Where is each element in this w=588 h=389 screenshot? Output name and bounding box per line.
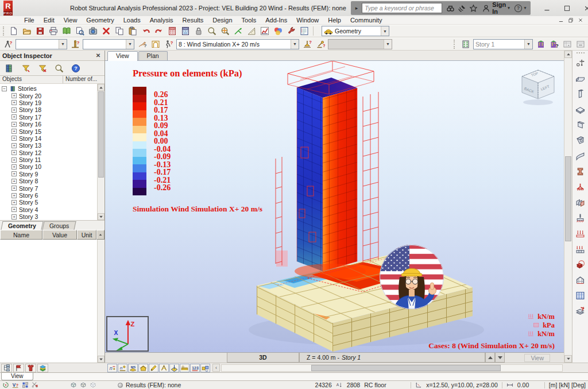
view-window-tab[interactable]: View [1,373,33,380]
menu-item[interactable]: Add-Ins [261,17,292,24]
column-icon[interactable] [574,87,587,101]
combo-dropdown-icon[interactable]: ▼ [381,26,389,36]
view-mode-cell[interactable]: 3D [227,353,299,363]
scroll-left-button[interactable]: ‹ [212,364,220,372]
tree-item-story[interactable]: + Story 7 [2,184,105,191]
support-icon[interactable] [574,180,587,194]
scroll-down-icon[interactable] [98,356,105,363]
objects-column-header[interactable]: Objects [0,76,63,83]
tree-item-story[interactable]: + Story 14 [2,135,105,142]
menu-item[interactable]: Geometry [82,17,118,24]
bar-selection-combo[interactable]: ▼ [83,39,134,49]
viewport-vertical-scrollbar[interactable] [564,51,572,363]
save-icon[interactable] [33,25,47,37]
paste-icon[interactable] [126,25,139,37]
beam-icon[interactable] [574,72,587,85]
table-grid-icon[interactable] [574,289,587,302]
name-column-header[interactable]: Name [0,230,42,240]
grid-scroll-up-icon[interactable] [96,230,105,240]
menu-item[interactable]: Window [292,17,323,24]
scrollbar-thumb[interactable] [311,365,501,371]
expand-icon[interactable]: + [11,143,17,148]
expand-icon[interactable]: + [11,214,17,219]
search-input[interactable] [362,3,442,13]
help-icon[interactable]: ? [70,63,82,74]
menu-item[interactable]: View [59,17,82,24]
snap-n2-icon[interactable]: n [118,364,127,372]
tree-scrollbar[interactable] [97,84,105,220]
expand-icon[interactable]: + [11,150,17,155]
scroll-down-icon[interactable] [564,355,572,363]
copy-icon[interactable] [113,25,126,37]
value-column-header[interactable]: Value [42,230,77,240]
level-down-button[interactable] [495,353,505,363]
calculator-icon[interactable] [165,25,179,37]
expand-icon[interactable]: + [11,93,17,98]
expand-icon[interactable]: + [11,164,17,170]
close-button[interactable] [583,5,588,12]
snap-pencil-icon[interactable] [149,364,158,372]
mdi-restore-button[interactable] [568,17,574,23]
story-combo[interactable]: Story 1 ▼ [473,39,533,49]
snap-pair-icon[interactable] [200,364,210,372]
lock-icon[interactable] [192,25,205,37]
building-q-icon[interactable]: ? [547,38,560,50]
scroll-up-icon[interactable] [98,84,105,91]
hand-q-icon[interactable]: ? [136,38,149,50]
combo-dropdown-icon[interactable]: ▼ [59,40,67,49]
menu-item[interactable]: Help [323,17,346,24]
cube-3-icon[interactable] [90,382,96,388]
expand-icon[interactable]: + [11,122,17,127]
geometry-layout-combo[interactable]: Geometry ▼ [322,26,389,36]
load-case-combo[interactable]: 8 : Wind Simulation X+ 20 m/s ▼ [176,39,299,49]
tree-item-story[interactable]: + Story 20 [2,92,105,99]
level-up-button[interactable] [485,353,495,363]
redo-icon[interactable] [152,25,165,37]
floating-panel-caption[interactable]: View [524,354,550,362]
i-section-icon[interactable] [574,165,587,178]
snap-n1-icon[interactable]: n [107,364,117,372]
menu-item[interactable]: Design [208,17,237,24]
blocks-icon[interactable] [22,382,29,388]
win-gray2-icon[interactable] [574,38,587,50]
nodes-green-icon[interactable] [231,25,245,37]
load-beam-icon[interactable] [574,227,587,240]
wall-icon[interactable] [574,118,587,132]
snap-123-icon[interactable]: 123 [190,364,200,372]
tab-plan[interactable]: Plan [138,51,168,60]
filter-x-icon[interactable] [37,63,48,74]
zoom-target-icon[interactable] [218,25,231,37]
tree-item-story[interactable]: + Story 17 [2,114,105,121]
menu-item[interactable]: Community [346,17,387,24]
tab-geometry[interactable]: Geometry [1,221,43,230]
search-expand-icon[interactable]: ▸ [355,5,358,11]
expand-icon[interactable]: + [11,200,17,205]
combo-dropdown-icon[interactable]: ▼ [291,40,299,49]
maximize-button[interactable] [563,5,571,12]
delete-icon[interactable] [99,25,113,37]
minimize-button[interactable] [543,5,551,12]
scrollbar-thumb[interactable] [565,156,571,241]
grid-scrollbar[interactable] [97,240,105,363]
sort-icon[interactable]: A [336,382,343,388]
level-cell[interactable]: Z = 4.00 m - Story 1 [299,353,485,363]
slab-icon[interactable] [574,103,587,116]
expand-icon[interactable]: + [11,114,17,120]
expand-icon[interactable]: + [11,207,17,212]
calculator-blue-icon[interactable] [179,25,192,37]
snap-house-icon[interactable] [138,364,148,372]
node-selection-combo[interactable]: ▼ [16,39,67,49]
new-doc-icon[interactable] [7,25,20,37]
toolbar-grip[interactable] [577,52,585,53]
level-q-icon[interactable]: ? [68,38,82,50]
wall-2-icon[interactable] [574,134,587,147]
render-icon[interactable] [271,25,284,37]
book-view-icon[interactable] [60,25,73,37]
node-axes-icon[interactable] [574,56,587,70]
tab-view[interactable]: View [107,51,138,61]
tab-groups[interactable]: Groups [42,221,76,230]
snap-bed-icon[interactable] [180,364,189,372]
camera-icon[interactable] [86,25,99,37]
cube-2-icon[interactable] [80,382,87,388]
collapse-icon[interactable]: − [2,86,7,91]
